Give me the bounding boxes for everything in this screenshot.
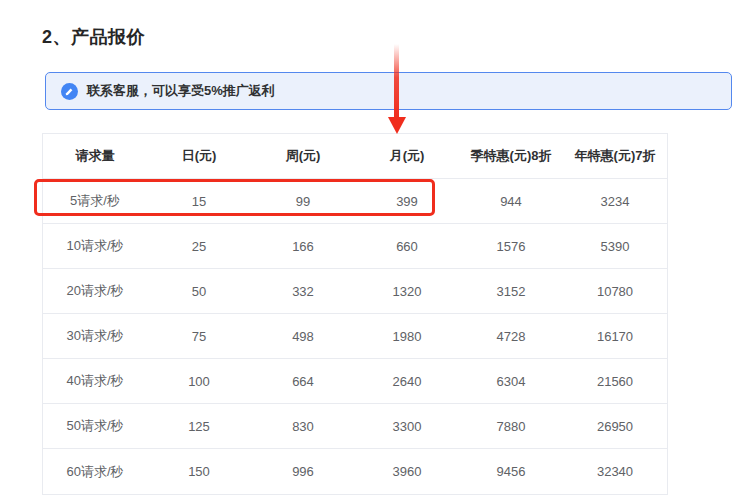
table-header-cell: 月(元) bbox=[355, 134, 459, 178]
table-cell: 21560 bbox=[563, 359, 667, 403]
table-cell: 99 bbox=[251, 179, 355, 223]
table-cell: 2640 bbox=[355, 359, 459, 403]
table-cell: 3234 bbox=[563, 179, 667, 223]
table-header-cell: 季特惠(元)8折 bbox=[459, 134, 563, 178]
table-row: 50请求/秒1258303300788026950 bbox=[43, 404, 667, 449]
table-cell: 50请求/秒 bbox=[43, 404, 147, 448]
table-cell: 996 bbox=[251, 449, 355, 494]
table-cell: 60请求/秒 bbox=[43, 449, 147, 494]
table-row: 20请求/秒503321320315210780 bbox=[43, 269, 667, 314]
table-cell: 30请求/秒 bbox=[43, 314, 147, 358]
table-header-cell: 请求量 bbox=[43, 134, 147, 178]
page-title: 2、产品报价 bbox=[42, 25, 145, 49]
promo-banner-text: 联系客服，可以享受5%推广返利 bbox=[87, 82, 275, 100]
table-cell: 7880 bbox=[459, 404, 563, 448]
table-cell: 15 bbox=[147, 179, 251, 223]
table-cell: 125 bbox=[147, 404, 251, 448]
table-cell: 5390 bbox=[563, 224, 667, 268]
table-cell: 6304 bbox=[459, 359, 563, 403]
table-cell: 3152 bbox=[459, 269, 563, 313]
product-pricing-page: 2、产品报价 联系客服，可以享受5%推广返利 请求量日(元)周(元)月(元)季特… bbox=[0, 0, 734, 497]
table-cell: 4728 bbox=[459, 314, 563, 358]
table-cell: 664 bbox=[251, 359, 355, 403]
table-cell: 944 bbox=[459, 179, 563, 223]
table-cell: 3300 bbox=[355, 404, 459, 448]
table-cell: 3960 bbox=[355, 449, 459, 494]
table-row: 60请求/秒1509963960945632340 bbox=[43, 449, 667, 494]
table-cell: 20请求/秒 bbox=[43, 269, 147, 313]
table-body: 5请求/秒1599399944323410请求/秒251666601576539… bbox=[43, 179, 667, 494]
table-cell: 830 bbox=[251, 404, 355, 448]
table-cell: 332 bbox=[251, 269, 355, 313]
table-cell: 9456 bbox=[459, 449, 563, 494]
table-cell: 498 bbox=[251, 314, 355, 358]
table-cell: 100 bbox=[147, 359, 251, 403]
table-row: 40请求/秒1006642640630421560 bbox=[43, 359, 667, 404]
table-row: 10请求/秒2516666015765390 bbox=[43, 224, 667, 269]
table-cell: 25 bbox=[147, 224, 251, 268]
table-cell: 166 bbox=[251, 224, 355, 268]
table-cell: 10780 bbox=[563, 269, 667, 313]
table-cell: 75 bbox=[147, 314, 251, 358]
table-cell: 16170 bbox=[563, 314, 667, 358]
table-row: 5请求/秒15993999443234 bbox=[43, 179, 667, 224]
table-cell: 5请求/秒 bbox=[43, 179, 147, 223]
red-arrow-head-icon bbox=[388, 117, 406, 134]
table-cell: 26950 bbox=[563, 404, 667, 448]
table-cell: 10请求/秒 bbox=[43, 224, 147, 268]
promo-info-banner: 联系客服，可以享受5%推广返利 bbox=[45, 72, 732, 110]
table-cell: 1980 bbox=[355, 314, 459, 358]
table-row: 30请求/秒754981980472816170 bbox=[43, 314, 667, 359]
edit-pencil-icon bbox=[61, 83, 78, 100]
table-cell: 150 bbox=[147, 449, 251, 494]
table-cell: 1320 bbox=[355, 269, 459, 313]
table-cell: 32340 bbox=[563, 449, 667, 494]
table-header-cell: 周(元) bbox=[251, 134, 355, 178]
table-cell: 399 bbox=[355, 179, 459, 223]
table-cell: 50 bbox=[147, 269, 251, 313]
table-cell: 1576 bbox=[459, 224, 563, 268]
pricing-table: 请求量日(元)周(元)月(元)季特惠(元)8折年特惠(元)7折 5请求/秒159… bbox=[42, 133, 668, 495]
table-cell: 660 bbox=[355, 224, 459, 268]
table-header-cell: 年特惠(元)7折 bbox=[563, 134, 667, 178]
table-header-cell: 日(元) bbox=[147, 134, 251, 178]
table-header-row: 请求量日(元)周(元)月(元)季特惠(元)8折年特惠(元)7折 bbox=[43, 134, 667, 179]
table-cell: 40请求/秒 bbox=[43, 359, 147, 403]
